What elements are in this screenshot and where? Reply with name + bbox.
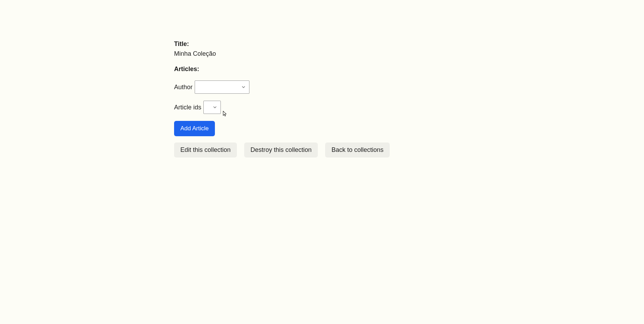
title-field: Title: Minha Coleção	[174, 40, 488, 59]
author-row: Author	[174, 80, 488, 94]
edit-collection-button[interactable]: Edit this collection	[174, 142, 237, 157]
article-ids-select-wrap	[203, 101, 221, 114]
action-row: Edit this collection Destroy this collec…	[174, 142, 488, 157]
author-select-wrap	[195, 80, 249, 94]
article-ids-row: Article ids	[174, 101, 488, 114]
author-select[interactable]	[195, 80, 249, 94]
title-value: Minha Coleção	[174, 49, 488, 59]
author-label: Author	[174, 84, 193, 91]
article-ids-select[interactable]	[203, 101, 221, 114]
add-article-row: Add Article	[174, 121, 488, 136]
add-article-button[interactable]: Add Article	[174, 121, 215, 136]
title-label: Title:	[174, 40, 488, 48]
destroy-collection-button[interactable]: Destroy this collection	[244, 142, 318, 157]
back-to-collections-button[interactable]: Back to collections	[325, 142, 390, 157]
collection-detail: Title: Minha Coleção Articles: Author Ar…	[174, 40, 488, 157]
articles-label: Articles:	[174, 65, 488, 74]
article-ids-label: Article ids	[174, 104, 201, 111]
articles-field: Articles:	[174, 65, 488, 74]
